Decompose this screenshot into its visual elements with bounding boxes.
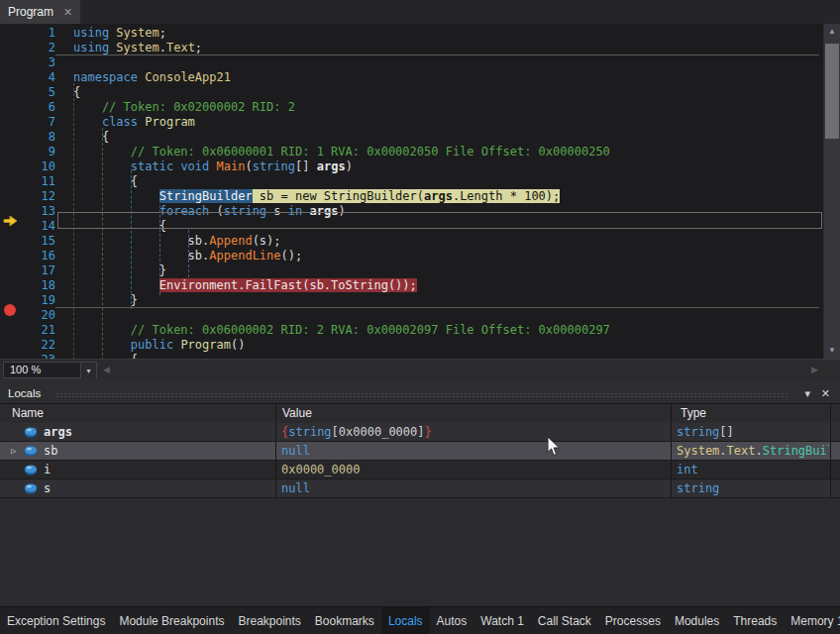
code-line-4[interactable]: 4namespace ConsoleApp21 [0, 70, 823, 85]
locals-titlebar[interactable]: Locals ▾ ✕ [0, 386, 840, 403]
tool-tab-watch-1[interactable]: Watch 1 [473, 607, 531, 634]
tool-tab-locals[interactable]: Locals [381, 607, 430, 634]
code-line-19[interactable]: 19 } [0, 293, 823, 308]
code-line-5[interactable]: 5{ [0, 85, 823, 100]
column-splitter [830, 479, 831, 497]
code-editor[interactable]: 1using System;2using System.Text;34names… [0, 24, 823, 359]
code-line-20[interactable]: 20 [0, 308, 823, 323]
name-cell: s [0, 479, 274, 497]
variable-name: sb [44, 442, 57, 460]
locals-grid-header: Name Value Type [0, 403, 840, 424]
line-number: 17 [0, 264, 73, 278]
line-number: 1 [0, 26, 73, 41]
tool-tab-processes[interactable]: Processes [598, 607, 668, 634]
tool-tab-memory-1[interactable]: Memory 1 [784, 607, 840, 634]
zoom-level-box[interactable]: 100 % [3, 362, 86, 378]
breakpoint-icon[interactable] [4, 304, 16, 316]
column-header-value[interactable]: Value [282, 406, 312, 420]
code-line-10[interactable]: 10 static void Main(string[] args) [0, 159, 823, 174]
dnspy-window: { "editor_tab": { "title": "Program", "c… [0, 0, 840, 634]
tool-window-tabstrip: Exception SettingsModule BreakpointsBrea… [0, 606, 840, 634]
column-splitter [275, 461, 276, 478]
scroll-left-icon[interactable]: ◀ [103, 365, 110, 374]
line-number: 18 [0, 278, 73, 293]
variable-name: args [44, 423, 72, 441]
line-number: 3 [0, 55, 73, 70]
editor-vertical-scrollbar[interactable]: ▲ ▼ [824, 24, 840, 359]
line-number: 12 [0, 189, 73, 204]
code-line-16[interactable]: 16 sb.AppendLine(); [0, 249, 823, 264]
column-splitter [671, 442, 672, 460]
value-cell[interactable]: 0x0000_0000 [281, 461, 670, 478]
local-variable-icon [24, 482, 38, 494]
tool-tab-exception-settings[interactable]: Exception Settings [0, 607, 112, 634]
column-splitter [671, 423, 672, 441]
close-icon[interactable]: ✕ [821, 387, 830, 400]
column-splitter [671, 461, 672, 478]
column-header-name[interactable]: Name [12, 406, 44, 420]
line-number: 22 [0, 338, 73, 353]
value-cell[interactable]: {string[0x0000_0000]} [281, 423, 670, 441]
locals-rows: args{string[0x0000_0000]}string[]▷sbnull… [0, 423, 840, 498]
locals-row-s[interactable]: snullstring [0, 479, 840, 498]
code-line-21[interactable]: 21 // Token: 0x06000002 RID: 2 RVA: 0x00… [0, 323, 823, 338]
locals-row-args[interactable]: args{string[0x0000_0000]}string[] [0, 423, 840, 442]
code-line-11[interactable]: 11 { [0, 174, 823, 189]
tool-tab-breakpoints[interactable]: Breakpoints [231, 607, 307, 634]
value-cell[interactable]: null [281, 479, 670, 497]
titlebar-grip [55, 392, 788, 398]
scrollbar-thumb[interactable] [825, 44, 839, 139]
line-number: 21 [0, 323, 73, 338]
tool-tab-modules[interactable]: Modules [668, 607, 726, 634]
code-line-12[interactable]: 12 StringBuilder sb = new StringBuilder(… [0, 189, 823, 204]
window-menu-icon[interactable]: ▾ [804, 387, 810, 400]
line-number: 6 [0, 100, 73, 115]
code-line-8[interactable]: 8 { [0, 130, 823, 145]
tool-tab-bookmarks[interactable]: Bookmarks [308, 607, 381, 634]
column-splitter[interactable] [830, 404, 831, 423]
scroll-up-icon[interactable]: ▲ [824, 24, 840, 40]
code-line-13[interactable]: 13 foreach (string s in args) [0, 204, 823, 219]
editor-bottom-bar: 100 % ▾ ◀ ▶ [0, 359, 840, 379]
panel-splitter[interactable] [0, 378, 840, 386]
local-variable-icon [24, 464, 38, 476]
value-cell[interactable]: null [281, 442, 670, 460]
code-line-1[interactable]: 1using System; [0, 26, 823, 41]
type-cell: string [677, 479, 829, 497]
code-line-17[interactable]: 17 } [0, 264, 823, 278]
current-statement-arrow-icon[interactable] [3, 215, 18, 227]
close-icon[interactable]: ✕ [63, 6, 72, 19]
tool-tab-module-breakpoints[interactable]: Module Breakpoints [112, 607, 231, 634]
scroll-down-icon[interactable]: ▼ [824, 343, 840, 359]
code-line-14[interactable]: 14 { [0, 219, 823, 234]
locals-title-label: Locals [8, 387, 41, 399]
type-cell: System.Text.StringBuilder [677, 442, 829, 460]
code-line-3[interactable]: 3 [0, 55, 823, 70]
code-line-6[interactable]: 6 // Token: 0x02000002 RID: 2 [0, 100, 823, 115]
tab-program[interactable]: Program ✕ [0, 0, 80, 24]
code-line-15[interactable]: 15 sb.Append(s); [0, 234, 823, 249]
line-number: 4 [0, 70, 73, 85]
column-splitter [275, 479, 276, 497]
code-line-7[interactable]: 7 class Program [0, 115, 823, 130]
scroll-right-icon[interactable]: ▶ [811, 365, 818, 374]
code-line-9[interactable]: 9 // Token: 0x06000001 RID: 1 RVA: 0x000… [0, 145, 823, 159]
tool-tab-autos[interactable]: Autos [430, 607, 474, 634]
code-line-2[interactable]: 2using System.Text; [0, 41, 823, 55]
column-header-type[interactable]: Type [681, 406, 706, 420]
code-line-22[interactable]: 22 public Program() [0, 338, 823, 353]
column-splitter[interactable] [275, 404, 276, 423]
code-line-18[interactable]: 18 Environment.FailFast(sb.ToString()); [0, 278, 823, 293]
name-cell: args [0, 423, 274, 441]
locals-row-sb[interactable]: ▷sbnullSystem.Text.StringBuilder [0, 442, 840, 461]
tool-tab-call-stack[interactable]: Call Stack [531, 607, 598, 634]
line-number: 7 [0, 115, 73, 130]
line-number: 8 [0, 130, 73, 145]
column-splitter[interactable] [671, 404, 672, 423]
line-number: 15 [0, 234, 73, 249]
variable-name: i [44, 461, 51, 478]
expander-icon[interactable]: ▷ [11, 442, 16, 460]
tool-tab-threads[interactable]: Threads [726, 607, 784, 634]
locals-row-i[interactable]: i0x0000_0000int [0, 461, 840, 479]
column-splitter [275, 423, 276, 441]
